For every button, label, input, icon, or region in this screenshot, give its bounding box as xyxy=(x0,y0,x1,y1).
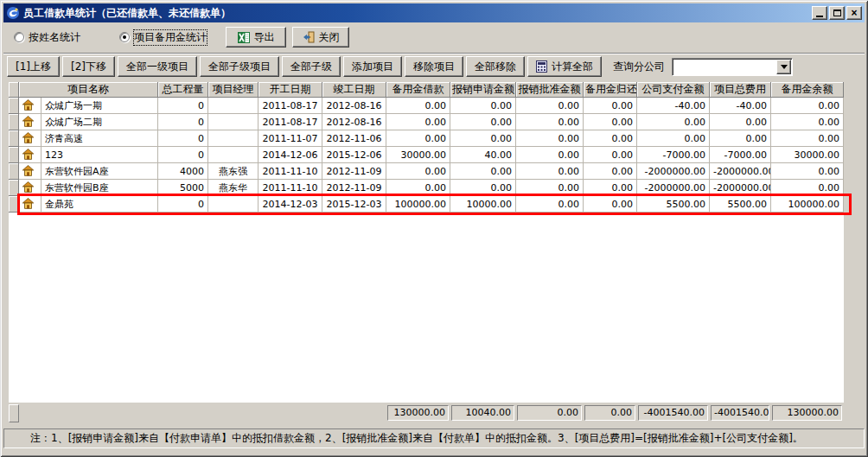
total-reimburse-apply: 10040.00 xyxy=(451,405,514,421)
row-selector[interactable] xyxy=(9,114,19,130)
header-row: 项目名称总工程量项目经理开工日期竣工日期备用金借款报销申请金额报销批准金额备用金… xyxy=(9,82,844,98)
close-button-label: 关闭 xyxy=(319,30,340,45)
cell-project-name: 众城广场一期 xyxy=(41,98,158,114)
row-selector[interactable] xyxy=(9,163,19,180)
cell-company-pay: -2000000.00 xyxy=(637,180,710,196)
toolbar-button-all-sub-projects[interactable]: 全部子级项目 xyxy=(200,56,279,77)
toolbar-button-add-project[interactable]: 添加项目 xyxy=(343,56,402,77)
minimize-button[interactable] xyxy=(812,6,827,20)
export-button[interactable]: 导出 xyxy=(226,27,286,48)
cell-reserve-return: 0.00 xyxy=(584,98,637,114)
total-reimburse-approve: 0.00 xyxy=(517,405,582,421)
toolbar-button-label: 全部子级项目 xyxy=(208,60,271,74)
minimize-icon xyxy=(816,16,823,17)
total-company-pay: -4001540.00 xyxy=(638,405,708,421)
toolbar-button-move-up[interactable]: [1]上移 xyxy=(7,56,60,77)
chevron-down-icon[interactable] xyxy=(776,60,791,74)
cell-reimburse-approve: 0.00 xyxy=(516,130,584,147)
col-header-company-pay: 公司支付金额 xyxy=(637,82,710,98)
cell-reserve-balance: 0.00 xyxy=(771,114,844,130)
table-row[interactable]: 金鼎苑02014-12-032015-12-03100000.0010000.0… xyxy=(9,196,844,213)
cell-reimburse-apply: 0.00 xyxy=(450,180,516,196)
col-header-project-total-cost: 项目总费用 xyxy=(710,82,771,98)
table-row[interactable]: 12302014-12-062015-12-0630000.0040.000.0… xyxy=(9,147,844,163)
cell-project-manager: 燕东华 xyxy=(208,180,258,196)
radio-by-name[interactable]: 按姓名统计 xyxy=(14,31,80,43)
col-header-end-date: 竣工日期 xyxy=(322,82,386,98)
toolbar-button-label: 全部一级项目 xyxy=(126,60,188,74)
cell-start-date: 2014-12-06 xyxy=(258,147,322,163)
cell-project-name: 济青高速 xyxy=(41,130,158,147)
close-button[interactable]: 关闭 xyxy=(292,27,349,48)
cell-reserve-balance: 30000.00 xyxy=(771,147,844,163)
table-row[interactable]: 东营软件园A座4000燕东强2011-11-102012-11-090.000.… xyxy=(9,163,844,180)
house-icon xyxy=(19,114,41,130)
cell-project-total-cost: -40.00 xyxy=(710,98,771,114)
close-icon: × xyxy=(851,9,857,17)
cell-project-total-cost: -2000000.00 xyxy=(710,163,771,180)
window-title: 员工借款单统计（已还借款单、未还借款单） xyxy=(23,6,808,21)
cell-reserve-return: 0.00 xyxy=(584,163,637,180)
cell-reserve-balance: 0.00 xyxy=(771,130,844,147)
row-selector[interactable] xyxy=(9,130,19,147)
col-header-total-quantity: 总工程量 xyxy=(158,82,208,98)
row-selector[interactable] xyxy=(9,180,19,196)
cell-reimburse-approve: 0.00 xyxy=(516,147,584,163)
col-header-reimburse-apply: 报销申请金额 xyxy=(450,82,516,98)
cell-project-name: 东营软件园A座 xyxy=(41,163,158,180)
toolbar-button-label: 添加项目 xyxy=(352,60,393,74)
cell-total-quantity: 0 xyxy=(158,98,208,114)
house-icon xyxy=(19,163,41,180)
cell-project-manager xyxy=(208,114,258,130)
toolbar-button-label: 计算全部 xyxy=(552,60,593,74)
cell-end-date: 2012-11-09 xyxy=(322,163,386,180)
cell-total-quantity: 0 xyxy=(158,130,208,147)
cell-reimburse-apply: 0.00 xyxy=(450,163,516,180)
toolbar-button-all-sub-levels[interactable]: 全部子级 xyxy=(282,56,341,77)
cell-project-total-cost: 0.00 xyxy=(710,130,771,147)
footnote-text: 注：1、[报销申请金额]来自【付款申请单】中的抵扣借款金额，2、[报销批准金额]… xyxy=(30,431,803,446)
col-header-project-name: 项目名称 xyxy=(19,82,158,98)
branch-filter-combobox[interactable] xyxy=(672,58,793,76)
toolbar-button-label: 全部移除 xyxy=(475,60,516,74)
maximize-icon xyxy=(833,10,841,16)
toolbar-button-remove-all[interactable]: 全部移除 xyxy=(466,56,525,77)
row-selector[interactable] xyxy=(9,196,19,213)
header-selector-stub xyxy=(9,82,19,98)
cell-project-total-cost: 5500.00 xyxy=(710,196,771,213)
radio-by-project-reserve-label: 项目备用金统计 xyxy=(134,30,207,45)
toolbar-button-label: [1]上移 xyxy=(16,60,51,74)
cell-project-name: 金鼎苑 xyxy=(41,196,158,213)
col-header-reimburse-approve: 报销批准金额 xyxy=(516,82,584,98)
cell-project-manager: 燕东强 xyxy=(208,163,258,180)
table-row[interactable]: 众城广场二期02011-08-172012-08-160.000.000.000… xyxy=(9,114,844,130)
close-window-button[interactable]: × xyxy=(846,6,862,20)
branch-filter-input[interactable] xyxy=(674,60,775,73)
cell-reimburse-apply: 0.00 xyxy=(450,130,516,147)
table-row[interactable]: 济青高速02011-11-072012-11-060.000.000.000.0… xyxy=(9,130,844,147)
table-row[interactable]: 东营软件园B座5000燕东华2011-11-102012-11-090.000.… xyxy=(9,180,844,196)
cell-end-date: 2012-11-06 xyxy=(322,130,386,147)
cell-end-date: 2015-12-03 xyxy=(322,196,386,213)
toolbar-button-calc-all[interactable]: 计算全部 xyxy=(527,56,602,77)
row-selector[interactable] xyxy=(9,147,19,163)
cell-reserve-balance: 100000.00 xyxy=(771,196,844,213)
cell-company-pay: 0.00 xyxy=(637,130,710,147)
radio-by-project-reserve[interactable]: 项目备用金统计 xyxy=(119,31,207,43)
toolbar-button-all-level1-projects[interactable]: 全部一级项目 xyxy=(118,56,197,77)
house-icon xyxy=(19,196,41,213)
export-button-label: 导出 xyxy=(254,30,275,45)
maximize-button[interactable] xyxy=(829,6,845,20)
titlebar: 员工借款单统计（已还借款单、未还借款单） × xyxy=(3,3,865,22)
toolbar-button-move-down[interactable]: [2]下移 xyxy=(62,56,115,77)
cell-reserve-borrow: 0.00 xyxy=(386,114,450,130)
house-icon xyxy=(19,147,41,163)
cell-reimburse-apply: 10000.00 xyxy=(450,196,516,213)
row-selector[interactable] xyxy=(9,98,19,114)
footnote-bar: 注：1、[报销申请金额]来自【付款申请单】中的抵扣借款金额，2、[报销批准金额]… xyxy=(3,428,865,448)
table-row[interactable]: 众城广场一期02011-08-172012-08-160.000.000.000… xyxy=(9,98,844,114)
cell-project-manager xyxy=(208,196,258,213)
branch-filter-label: 查询分公司 xyxy=(613,60,665,74)
toolbar-button-remove-project[interactable]: 移除项目 xyxy=(405,56,463,77)
col-header-reserve-balance: 备用金余额 xyxy=(771,82,844,98)
